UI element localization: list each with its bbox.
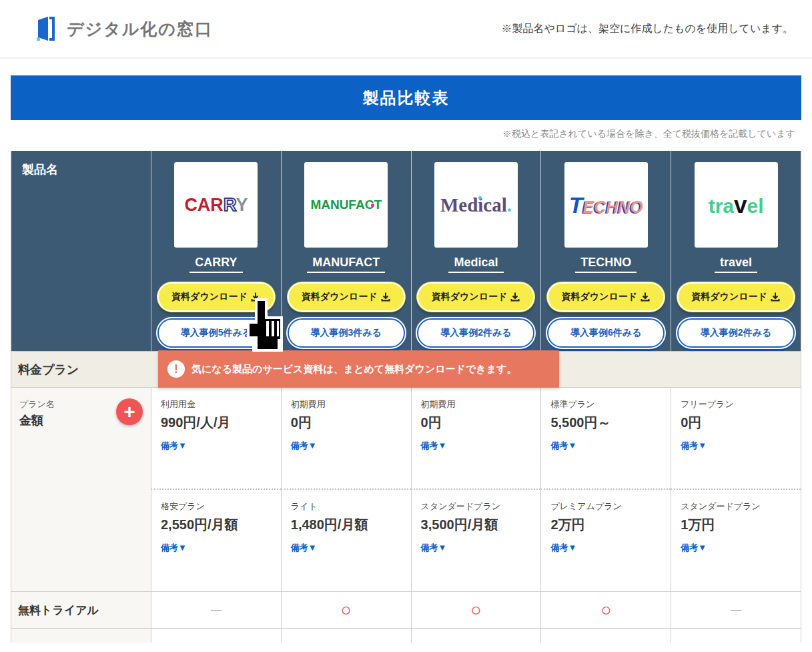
page-title-banner: 製品比較表 — [11, 75, 801, 120]
price-cell-carry-1: 利用用金 990円/人/月 備考▼ — [151, 388, 281, 490]
trial-mark: ○ — [341, 601, 352, 619]
product-name-link[interactable]: CARRY — [189, 256, 242, 273]
site-title: デジタル化の窓口 — [67, 18, 213, 40]
download-icon — [510, 292, 520, 302]
remarks-link[interactable]: 備考▼ — [161, 542, 187, 554]
trial-row-label: 無料トライアル — [11, 592, 151, 628]
page: デジタル化の窓口 ※製品名やロゴは、架空に作成したものを使用しています。 製品比… — [0, 0, 812, 652]
price-cell-carry-2: 格安プラン 2,550円/月額 備考▼ — [151, 490, 281, 591]
product-logo-carry: CARRY — [174, 162, 258, 248]
col-header-product: 製品名 — [11, 151, 151, 351]
product-column-travel: travel travel 資料ダウンロード 導入事例2件みる — [671, 151, 801, 351]
remarks-link[interactable]: 備考▼ — [681, 440, 707, 452]
price-cell-techno-2: プレミアムプラン 2万円 備考▼ — [540, 490, 671, 591]
tax-note: ※税込と表記されている場合を除き、全て税抜価格を記載しています — [0, 128, 795, 140]
cases-button[interactable]: 導入事例3件みる — [288, 318, 405, 348]
add-plan-button[interactable]: + — [116, 398, 143, 425]
product-name-link[interactable]: travel — [715, 256, 757, 273]
product-logo-manufact: MANUFACT — [304, 162, 388, 248]
logo-text: CAR — [184, 195, 224, 215]
price-cell-travel-2: スタンダードプラン 1万円 備考▼ — [671, 490, 801, 591]
cases-button[interactable]: 導入事例6件みる — [547, 318, 665, 348]
product-logo-techno: TECHNO — [564, 162, 648, 248]
price-cell-travel-1: フリープラン 0円 備考▼ — [671, 388, 801, 490]
trial-mark: — — [211, 604, 222, 616]
trial-mark: — — [731, 604, 741, 616]
product-name-link[interactable]: MANUFACT — [307, 256, 385, 273]
site-header: デジタル化の窓口 ※製品名やロゴは、架空に作成したものを使用しています。 — [0, 0, 812, 59]
trial-mark: ○ — [470, 601, 481, 619]
price-cell-medical-1: 初期費用 0円 備考▼ — [411, 388, 541, 490]
product-column-manufact: MANUFACT MANUFACT 資料ダウンロード 導入事例3件みる — [281, 151, 411, 351]
price-cell-techno-1: 標準プラン 5,500円～ 備考▼ — [540, 388, 671, 490]
page-title: 製品比較表 — [363, 87, 450, 109]
remarks-link[interactable]: 備考▼ — [421, 542, 447, 554]
comparison-table: 製品名 CARRY CARRY 資料ダウンロード 導入事例5件みる MANUFA… — [11, 151, 801, 643]
cases-button[interactable]: 導入事例2件みる — [417, 318, 534, 348]
product-column-medical: Medical. Medical 資料ダウンロード 導入事例2件みる — [411, 151, 541, 351]
remarks-link[interactable]: 備考▼ — [550, 440, 576, 452]
pricing-rows: プラン名 金額 + 利用用金 990円/人/月 備考▼ 初期費用 0円 備考▼ … — [11, 388, 801, 591]
download-icon — [380, 292, 391, 302]
product-name-link[interactable]: TECHNO — [575, 256, 637, 273]
cases-button[interactable]: 導入事例2件みる — [677, 318, 795, 348]
bulk-download-tooltip: ! 気になる製品のサービス資料は、まとめて無料ダウンロードできます。 — [158, 350, 559, 388]
trial-row: 無料トライアル — ○ ○ ○ — — [11, 591, 801, 628]
clipped-row — [11, 628, 801, 643]
download-icon — [770, 292, 781, 302]
plan-amount-label-cell: プラン名 金額 + — [11, 388, 151, 591]
download-button[interactable]: 資料ダウンロード — [677, 282, 795, 312]
site-logo[interactable]: デジタル化の窓口 — [35, 15, 213, 43]
download-button[interactable]: 資料ダウンロード — [417, 282, 534, 312]
price-cell-manufact-2: ライト 1,480円/月額 備考▼ — [281, 490, 411, 591]
product-column-techno: TECHNO TECHNO 資料ダウンロード 導入事例6件みる — [540, 151, 671, 351]
price-cell-medical-2: スタンダードプラン 3,500円/月額 備考▼ — [411, 490, 541, 591]
remarks-link[interactable]: 備考▼ — [291, 440, 317, 452]
product-logo-medical: Medical. — [434, 162, 518, 248]
mouse-cursor — [244, 298, 286, 354]
download-button[interactable]: 資料ダウンロード — [288, 282, 405, 312]
remarks-link[interactable]: 備考▼ — [161, 440, 187, 452]
download-button[interactable]: 資料ダウンロード — [547, 282, 665, 312]
remarks-link[interactable]: 備考▼ — [291, 542, 317, 554]
remarks-link[interactable]: 備考▼ — [550, 542, 576, 554]
price-cell-manufact-1: 初期費用 0円 備考▼ — [281, 388, 411, 490]
header-disclaimer: ※製品名やロゴは、架空に作成したものを使用しています。 — [501, 22, 793, 36]
section-pricing-label: 料金プラン — [18, 362, 79, 378]
remarks-link[interactable]: 備考▼ — [681, 542, 707, 554]
door-icon — [35, 15, 59, 43]
trial-mark: ○ — [600, 601, 611, 619]
product-name-link[interactable]: Medical — [448, 256, 503, 273]
tooltip-text: 気になる製品のサービス資料は、まとめて無料ダウンロードできます。 — [191, 363, 516, 376]
product-logo-travel: travel — [695, 162, 778, 248]
alert-icon: ! — [167, 360, 185, 378]
download-icon — [640, 292, 651, 302]
remarks-link[interactable]: 備考▼ — [421, 440, 447, 452]
product-header-row: 製品名 CARRY CARRY 資料ダウンロード 導入事例5件みる MANUFA… — [11, 151, 801, 351]
